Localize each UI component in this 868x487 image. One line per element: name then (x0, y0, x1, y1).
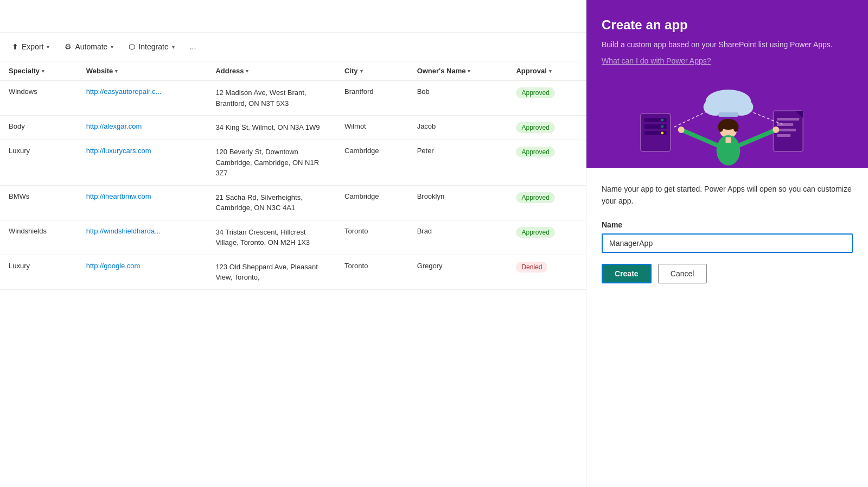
automate-button[interactable]: ⚙ Automate ▾ (63, 40, 114, 53)
svg-point-24 (733, 122, 738, 132)
cell-website[interactable]: http://windshieldharda... (78, 220, 207, 255)
more-label: ... (190, 42, 196, 51)
col-address-label: Address (215, 67, 244, 75)
cell-city: Brantford (336, 81, 409, 116)
svg-point-29 (678, 127, 685, 133)
export-button[interactable]: ⬆ Export ▾ (11, 40, 50, 53)
cell-website[interactable]: http://alexgar.com (78, 116, 207, 140)
col-address[interactable]: Address ▾ (207, 61, 336, 81)
table-row[interactable]: BMWshttp://iheartbmw.com21 Sacha Rd, Sil… (0, 185, 586, 220)
svg-rect-12 (777, 134, 790, 137)
cell-specialty: Windshields (0, 220, 78, 255)
svg-point-23 (718, 122, 724, 132)
sort-specialty-icon: ▾ (42, 68, 44, 74)
integrate-button[interactable]: ⬡ Integrate ▾ (127, 40, 175, 53)
website-link[interactable]: http://google.com (86, 262, 141, 270)
col-website-label: Website (86, 67, 113, 75)
cell-city: Toronto (336, 220, 409, 255)
export-label: Export (22, 42, 43, 51)
table-row[interactable]: Luxuryhttp://luxurycars.com120 Beverly S… (0, 140, 586, 186)
cell-city: Toronto (336, 255, 409, 289)
svg-point-6 (661, 125, 663, 128)
cell-approval: Approved (507, 185, 586, 220)
export-icon: ⬆ (12, 42, 18, 51)
cell-city: Wilmot (336, 116, 409, 140)
cell-approval: Approved (507, 81, 586, 116)
main-content-area: ⬆ Export ▾ ⚙ Automate ▾ ⬡ Integrate ▾ ..… (0, 0, 586, 487)
table-row[interactable]: Luxuryhttp://google.com123 Old Sheppard … (0, 255, 586, 289)
svg-point-5 (661, 119, 663, 122)
integrate-chevron-icon: ▾ (172, 44, 175, 50)
website-link[interactable]: http://windshieldharda... (86, 227, 161, 235)
svg-rect-9 (777, 118, 799, 121)
cell-specialty: Windows (0, 81, 78, 116)
cell-website[interactable]: http://easyautorepair.c... (78, 81, 207, 116)
cancel-button[interactable]: Cancel (658, 264, 707, 283)
cell-approval: Approved (507, 116, 586, 140)
table-row[interactable]: Bodyhttp://alexgar.com34 King St, Wilmot… (0, 116, 586, 140)
cell-address: 123 Old Sheppard Ave, Pleasant View, Tor… (207, 255, 336, 289)
col-specialty-label: Specialty (9, 67, 40, 75)
status-badge: Approved (516, 227, 554, 238)
create-button[interactable]: Create (602, 264, 652, 283)
sort-website-icon: ▾ (115, 68, 118, 74)
more-button[interactable]: ... (189, 40, 197, 53)
col-website[interactable]: Website ▾ (78, 61, 207, 81)
cell-owner: Bob (409, 81, 508, 116)
panel-setup-description: Name your app to get started. Power Apps… (602, 183, 853, 207)
list-container: Specialty ▾ Website ▾ Address ▾ (0, 61, 586, 487)
svg-point-30 (773, 127, 779, 133)
panel-description: Build a custom app based on your SharePo… (602, 39, 853, 50)
panel-form: Name your app to get started. Power Apps… (586, 168, 868, 487)
cell-website[interactable]: http://iheartbmw.com (78, 185, 207, 220)
cell-specialty: Luxury (0, 140, 78, 186)
status-badge: Approved (516, 87, 554, 98)
cell-specialty: Luxury (0, 255, 78, 289)
col-city-label: City (344, 67, 358, 75)
cell-city: Cambridge (336, 140, 409, 186)
cell-approval: Denied (507, 255, 586, 289)
integrate-label: Integrate (138, 42, 168, 51)
cell-approval: Approved (507, 220, 586, 255)
power-apps-link[interactable]: What can I do with Power Apps? (602, 56, 711, 65)
automate-label: Automate (75, 42, 107, 51)
panel-header: Create an app Build a custom app based o… (586, 0, 868, 81)
website-link[interactable]: http://iheartbmw.com (86, 192, 151, 200)
name-label: Name (602, 220, 853, 229)
data-table: Specialty ▾ Website ▾ Address ▾ (0, 61, 586, 290)
sort-approval-icon: ▾ (549, 68, 552, 74)
cell-city: Cambridge (336, 185, 409, 220)
export-chevron-icon: ▾ (47, 44, 49, 50)
cell-owner: Jacob (409, 116, 508, 140)
svg-rect-18 (719, 112, 738, 117)
top-header (0, 0, 586, 33)
svg-rect-26 (726, 137, 731, 143)
status-badge: Approved (516, 122, 554, 133)
cell-owner: Gregory (409, 255, 508, 289)
col-city[interactable]: City ▾ (336, 61, 409, 81)
svg-point-7 (661, 131, 663, 134)
cell-address: 21 Sacha Rd, Silverheights, Cambridge, O… (207, 185, 336, 220)
col-specialty[interactable]: Specialty ▾ (0, 61, 78, 81)
sort-address-icon: ▾ (246, 68, 248, 74)
col-approval[interactable]: Approval ▾ (507, 61, 586, 81)
col-owner[interactable]: Owner's Name ▾ (409, 61, 508, 81)
cell-website[interactable]: http://google.com (78, 255, 207, 289)
table-row[interactable]: Windshieldshttp://windshieldharda...34 T… (0, 220, 586, 255)
sort-city-icon: ▾ (360, 68, 363, 74)
status-badge: Denied (516, 262, 547, 273)
website-link[interactable]: http://easyautorepair.c... (86, 87, 162, 96)
integrate-icon: ⬡ (129, 42, 135, 51)
panel-illustration (586, 81, 868, 168)
col-owner-label: Owner's Name (417, 67, 466, 75)
table-row[interactable]: Windowshttp://easyautorepair.c...12 Madi… (0, 81, 586, 116)
cell-approval: Approved (507, 140, 586, 186)
svg-rect-11 (777, 129, 796, 131)
website-link[interactable]: http://alexgar.com (86, 122, 142, 130)
right-panel: Create an app Build a custom app based o… (586, 0, 868, 487)
app-name-input[interactable] (602, 233, 853, 253)
cell-address: 120 Beverly St, Downtown Cambridge, Camb… (207, 140, 336, 186)
website-link[interactable]: http://luxurycars.com (86, 147, 151, 155)
cell-owner: Brooklyn (409, 185, 508, 220)
cell-website[interactable]: http://luxurycars.com (78, 140, 207, 186)
